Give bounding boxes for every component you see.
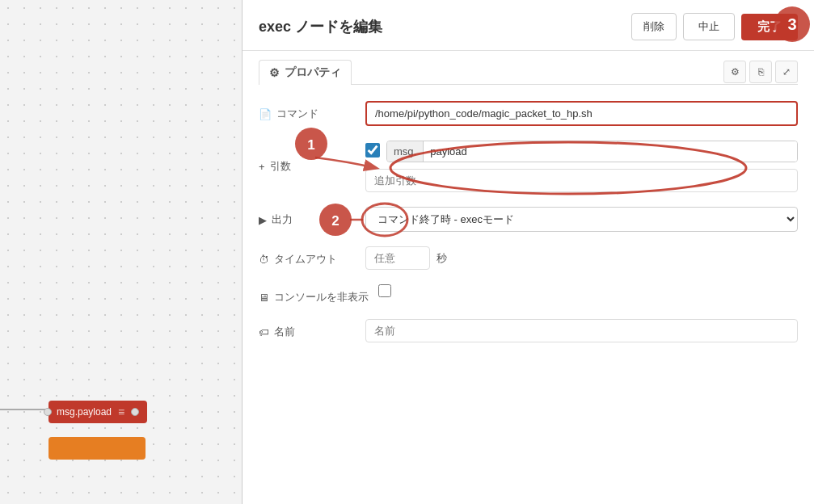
args-checkbox-wrapper: [365, 143, 380, 160]
command-row: 📄 コマンド: [259, 101, 798, 126]
command-input[interactable]: [365, 101, 798, 126]
msg-prefix: msg.: [387, 141, 424, 162]
flow-canvas: フロー 3 msg.payload ≡: [0, 0, 243, 504]
tab-properties-label: プロパティ: [285, 65, 341, 80]
tab-icons: ⚙ ⎘ ⤢: [723, 61, 798, 83]
node-orange[interactable]: [49, 437, 146, 460]
tab-icon-gear[interactable]: ⚙: [723, 61, 746, 83]
header-buttons: 削除 中止 完了: [631, 13, 798, 40]
name-input[interactable]: [365, 319, 798, 342]
gear-icon: ⚙: [269, 66, 280, 79]
tab-icon-expand[interactable]: ⤢: [775, 61, 798, 83]
name-label: 🏷 名前: [259, 319, 356, 339]
done-button[interactable]: 完了: [741, 14, 798, 40]
output-row: ▶ 出力 コマンド終了時 - execモード コマンド実行中 - spawnモー…: [259, 207, 798, 232]
console-label: 🖥 コンソールを非表示: [259, 284, 369, 304]
output-icon: ▶: [259, 214, 267, 226]
node-lines-icon: ≡: [118, 405, 124, 418]
clock-icon: ⏱: [259, 254, 269, 266]
additional-args-input[interactable]: [365, 169, 798, 192]
node-input-port: [44, 408, 52, 416]
cancel-button[interactable]: 中止: [683, 13, 735, 40]
args-row: + 引数 msg.: [259, 141, 798, 192]
timeout-input[interactable]: [365, 246, 430, 270]
console-icon: 🖥: [259, 292, 269, 304]
args-label: + 引数: [259, 159, 356, 174]
command-field-wrapper: [365, 101, 798, 126]
console-checkbox[interactable]: [378, 284, 391, 297]
timeout-row: ⏱ タイムアウト 秒: [259, 246, 798, 270]
command-label: 📄 コマンド: [259, 101, 356, 121]
name-row: 🏷 名前: [259, 319, 798, 342]
wire: [0, 409, 50, 410]
output-select[interactable]: コマンド終了時 - execモード コマンド実行中 - spawnモード: [365, 207, 798, 232]
tag-icon: 🏷: [259, 326, 269, 338]
msg-input-group: msg.: [386, 141, 798, 162]
plus-icon: +: [259, 161, 265, 173]
file-icon: 📄: [259, 108, 272, 120]
output-label: ▶ 出力: [259, 207, 356, 227]
node-right-connector: [131, 408, 139, 416]
msg-input[interactable]: [424, 141, 797, 162]
editor-panel: exec ノードを編集 削除 中止 完了 ⚙ プロパティ ⚙ ⎘ ⤢ 📄 コマン…: [243, 0, 814, 504]
node-msg-payload[interactable]: msg.payload ≡: [49, 401, 147, 423]
tabs-bar: ⚙ プロパティ ⚙ ⎘ ⤢: [259, 51, 798, 85]
timeout-unit: 秒: [437, 251, 447, 266]
tab-icon-copy[interactable]: ⎘: [749, 61, 772, 83]
args-content: msg.: [365, 141, 798, 192]
delete-button[interactable]: 削除: [631, 13, 677, 40]
console-row: 🖥 コンソールを非表示: [259, 284, 798, 304]
editor-header: exec ノードを編集 削除 中止 完了: [243, 0, 814, 51]
timeout-label: ⏱ タイムアウト: [259, 246, 356, 267]
tab-properties[interactable]: ⚙ プロパティ: [259, 60, 352, 85]
args-input-row: msg.: [365, 141, 798, 162]
editor-title: exec ノードを編集: [259, 17, 382, 36]
timeout-group: 秒: [365, 246, 447, 270]
args-checkbox[interactable]: [365, 143, 380, 158]
editor-body: ⚙ プロパティ ⚙ ⎘ ⤢ 📄 コマンド + 引数: [243, 51, 814, 504]
canvas-area: msg.payload ≡: [0, 0, 242, 504]
node-label: msg.payload: [57, 406, 112, 418]
